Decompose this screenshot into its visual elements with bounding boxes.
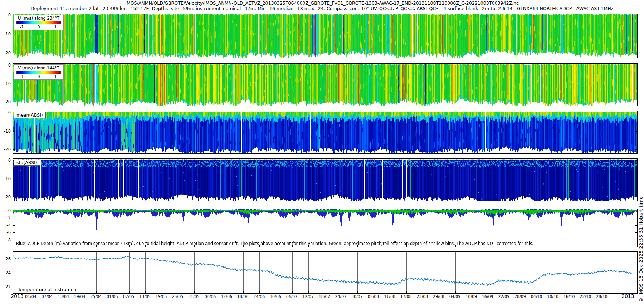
y-tick-label: -4 — [0, 223, 11, 228]
x-tick-label: 06/07 — [284, 294, 300, 299]
x-tick-label: 07/05 — [121, 294, 137, 299]
x-tick-label: 07/04 — [39, 294, 55, 299]
mean-absi-label: mean(ABSI) — [14, 112, 46, 118]
jet-colorbar: -1 0 1 — [16, 71, 61, 74]
x-axis-year-end: 2013 — [621, 293, 634, 299]
x-tick-label: 13/04 — [55, 294, 71, 299]
y-tick-label: -2 — [0, 215, 11, 220]
temperature-label: Temperature at instrument — [18, 287, 78, 292]
x-tick-label: 19/05 — [153, 294, 169, 299]
x-tick-label: 18/07 — [317, 294, 332, 299]
panel-temperature: Temperature at instrument — [13, 251, 638, 294]
panel-depth-variation: Blue: ADCP Depth (m) variation from sens… — [13, 209, 638, 247]
x-tick-label: 17/08 — [398, 294, 414, 299]
figure-title: IMOS/ANMN/QLD/GBROTE/Velocity/IMOS_ANMN-… — [0, 0, 644, 6]
y-tick-label: 0 — [0, 208, 11, 213]
x-tick-label: 12/06 — [219, 294, 234, 299]
y-tick-label: -20 — [0, 147, 11, 152]
colorbar-tick-label: 1 — [54, 25, 57, 29]
x-tick-label: 28/10 — [594, 294, 610, 299]
x-tick-label: 28/09 — [512, 294, 528, 299]
x-tick-label: 22/10 — [577, 294, 593, 299]
y-tick-label: -20 — [0, 50, 11, 55]
panel-u-velocity: U (m/s) along 234°T -1 0 1 — [13, 14, 638, 58]
v-legend-title: V (m/s) along 144°T — [16, 65, 61, 70]
y-tick-label: 0 — [0, 158, 11, 163]
y-tick-label: -20 — [0, 99, 11, 104]
std-absi-heatmap — [13, 159, 637, 201]
x-tick-label: 30/06 — [268, 294, 283, 299]
y-tick-label: 26 — [0, 256, 11, 261]
imos-copyright-watermark: © IMOS 13-Dec-2025 22:35:51 Hobart time — [638, 196, 644, 303]
x-tick-label: 24/06 — [251, 294, 267, 299]
y-tick-label: 0 — [0, 110, 11, 115]
x-tick-label: 24/07 — [333, 294, 348, 299]
x-tick-label: 01/04 — [23, 294, 39, 299]
mean-absi-heatmap — [13, 111, 637, 153]
x-tick-label: 10/09 — [463, 294, 479, 299]
x-tick-label: 29/08 — [431, 294, 447, 299]
colorbar-tick-label: -1 — [20, 25, 24, 29]
y-tick-label: -8 — [0, 237, 11, 242]
u-velocity-heatmap — [13, 14, 637, 58]
v-colorbar-legend: V (m/s) along 144°T -1 0 1 — [14, 64, 64, 80]
y-tick-label: -10 — [0, 31, 11, 36]
x-tick-label: 25/04 — [88, 294, 104, 299]
x-tick-label: 10/10 — [545, 294, 561, 299]
figure-root: IMOS/ANMN/QLD/GBROTE/Velocity/IMOS_ANMN-… — [0, 0, 644, 304]
x-tick-label: 19/04 — [72, 294, 88, 299]
x-tick-label: 30/07 — [349, 294, 365, 299]
panel-mean-absi: mean(ABSI) — [13, 111, 638, 154]
temperature-plot — [13, 252, 637, 293]
u-colorbar-legend: U (m/s) along 234°T -1 0 1 — [14, 15, 64, 30]
x-tick-label: 12/07 — [300, 294, 316, 299]
x-tick-label: 11/08 — [382, 294, 397, 299]
v-velocity-heatmap — [13, 64, 637, 106]
depth-annotation: Blue: ADCP Depth (m) variation from sens… — [16, 241, 533, 246]
colorbar-tick-label: 1 — [54, 74, 57, 79]
y-tick-label: -20 — [0, 195, 11, 200]
x-tick-label: 04/09 — [447, 294, 463, 299]
y-tick-label: -10 — [0, 176, 11, 181]
y-tick-label: -10 — [0, 129, 11, 134]
x-tick-label: 16/09 — [480, 294, 496, 299]
jet-colorbar: -1 0 1 — [16, 21, 61, 24]
x-tick-label: 16/10 — [561, 294, 577, 299]
std-absi-label: std(ABSI) — [14, 160, 40, 166]
x-tick-label: 05/08 — [366, 294, 381, 299]
colorbar-tick-label: 0 — [38, 25, 40, 29]
x-tick-label: 23/08 — [414, 294, 430, 299]
y-tick-label: 22 — [0, 284, 11, 289]
x-tick-label: 13/05 — [137, 294, 153, 299]
colorbar-tick-label: -1 — [20, 74, 24, 79]
x-tick-label: 25/05 — [170, 294, 185, 299]
x-tick-label: 31/05 — [186, 294, 202, 299]
x-tick-label: 04/10 — [529, 294, 545, 299]
x-tick-label: 22/09 — [496, 294, 512, 299]
x-tick-label: 18/06 — [235, 294, 251, 299]
y-tick-label: 24 — [0, 270, 11, 275]
colorbar-tick-label: 0 — [38, 74, 40, 79]
figure-subtitle: Deployment 11, member 2 lat=23.48S lon=1… — [0, 6, 644, 11]
y-tick-label: 0 — [0, 13, 11, 18]
y-tick-label: -10 — [0, 81, 11, 86]
x-tick-label: 06/06 — [203, 294, 218, 299]
panel-v-velocity: V (m/s) along 144°T -1 0 1 — [13, 63, 638, 106]
u-legend-title: U (m/s) along 234°T — [16, 16, 61, 21]
panel-std-absi: std(ABSI) — [13, 158, 638, 201]
y-tick-label: 0 — [0, 63, 11, 68]
x-tick-label: 01/05 — [104, 294, 120, 299]
y-tick-label: -6 — [0, 230, 11, 235]
x-axis-year-start: 2013 — [11, 293, 24, 299]
